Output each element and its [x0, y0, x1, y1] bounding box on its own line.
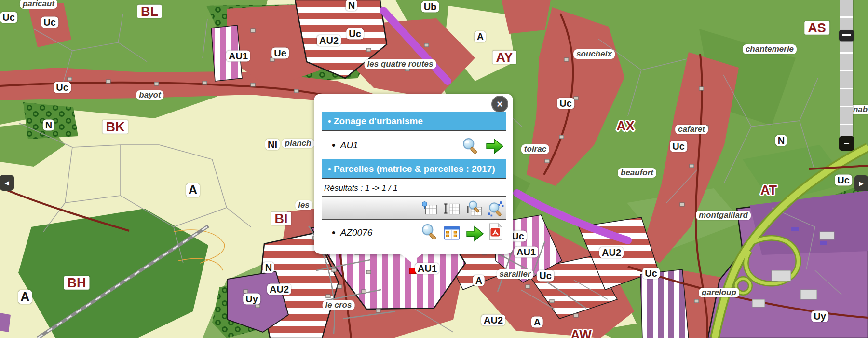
zone-label: N	[43, 120, 54, 131]
zone-label: A	[473, 275, 485, 286]
bullet-icon: •	[332, 226, 336, 239]
place-label: soucheix	[573, 49, 615, 59]
place-label: chantemerle	[743, 44, 797, 54]
zone-label: A	[531, 317, 543, 328]
zone-label: AU2	[267, 284, 291, 295]
pin-results-table-icon[interactable]	[420, 200, 439, 218]
zonage-section-header: • Zonage d'urbanisme	[322, 112, 506, 131]
zone-label: Uc	[54, 82, 71, 93]
zone-label: Uc	[835, 175, 852, 186]
zoom-to-feature-icon[interactable]	[461, 137, 480, 155]
place-label: sarailler	[496, 269, 533, 279]
select-results-table-icon[interactable]	[443, 200, 461, 218]
sector-label: AS	[804, 21, 829, 35]
zoom-to-parcelle-icon[interactable]	[420, 223, 439, 241]
zone-label: A	[18, 290, 32, 304]
sector-label: BL	[137, 5, 162, 18]
zonage-result-row: • AU1	[332, 136, 358, 155]
zone-label: AU1	[415, 263, 439, 274]
zone-label: Uc	[557, 98, 574, 109]
sector-label: BK	[103, 120, 128, 134]
place-label: toirac	[521, 144, 549, 154]
zone-label: Uc	[670, 141, 687, 152]
zone-label: N	[263, 262, 274, 273]
place-label: paricaut	[20, 0, 57, 9]
zone-label: AU2	[599, 247, 624, 258]
zone-label: N	[346, 0, 357, 11]
zone-label: Uy	[243, 294, 260, 305]
parcelles-section-header: • Parcelles (matrice & parcelles : 2017)	[322, 159, 506, 179]
zoom-slider-handle[interactable]	[839, 30, 854, 41]
zone-label: Uc	[346, 28, 364, 40]
popup-pointer	[400, 254, 423, 262]
zone-label: A	[475, 31, 486, 42]
zone-label: Uc	[41, 17, 58, 28]
parcelle-result-row: • AZ0076	[332, 223, 372, 242]
zone-label: AU1	[226, 51, 250, 62]
sector-label: AY	[492, 51, 516, 64]
place-label: montgaillard	[696, 211, 751, 220]
sector-label: BH	[64, 276, 90, 290]
feature-info-popup: × • Zonage d'urbanisme • AU1 • Parcelles…	[314, 94, 513, 254]
bullet-icon: •	[332, 139, 336, 152]
sector-label: AT	[760, 183, 777, 197]
place-label: beaufort	[618, 168, 656, 178]
go-to-parcelle-icon[interactable]	[466, 225, 484, 243]
zone-label: AU2	[317, 35, 341, 46]
collapse-left-panel-tab[interactable]: ◀	[0, 175, 14, 191]
zonage-result-value: AU1	[340, 140, 358, 151]
zone-label: NI	[265, 139, 280, 150]
parcelle-result-value: AZ0076	[340, 227, 373, 238]
zone-label: A	[186, 183, 200, 197]
go-to-feature-icon[interactable]	[486, 137, 504, 155]
place-label: les	[295, 200, 312, 210]
place-label: gareloup	[699, 288, 739, 297]
zone-label: Uc	[0, 12, 17, 23]
place-label: le cros	[323, 300, 355, 310]
place-label: planch	[282, 139, 314, 148]
locate-results-table-icon[interactable]	[465, 200, 483, 218]
results-count: Résultats : 1 -> 1 / 1	[324, 183, 398, 193]
zone-label: AU2	[481, 315, 505, 326]
place-label: les quatre routes	[365, 59, 436, 69]
sector-label: BI	[271, 212, 291, 225]
zone-label: Uy	[811, 311, 828, 322]
sector-label: AW	[570, 328, 592, 338]
close-icon[interactable]: ×	[491, 96, 508, 113]
expand-right-panel-tab[interactable]: ▶	[854, 175, 868, 191]
zoom-selection-icon[interactable]	[486, 200, 504, 218]
results-toolbar	[322, 196, 506, 220]
zone-label: AU1	[514, 247, 538, 258]
attribute-table-icon[interactable]	[443, 224, 461, 242]
pdf-export-icon[interactable]	[486, 223, 504, 241]
map-viewport: Uc paricaut Uc BL N Ub Uc AU2 AU1 Ue A A…	[0, 0, 868, 338]
place-label: cafaret	[675, 125, 708, 134]
zone-label: Ue	[271, 48, 289, 59]
sector-label: AX	[616, 119, 635, 133]
zoom-out-button[interactable]: −	[839, 136, 854, 151]
place-label: bayot	[136, 90, 163, 100]
zone-label: Ub	[421, 1, 439, 13]
zone-label: Uc	[642, 268, 660, 279]
zone-label: Uc	[537, 270, 554, 282]
zoom-slider[interactable]: −	[840, 0, 853, 151]
zone-label: N	[775, 135, 787, 146]
